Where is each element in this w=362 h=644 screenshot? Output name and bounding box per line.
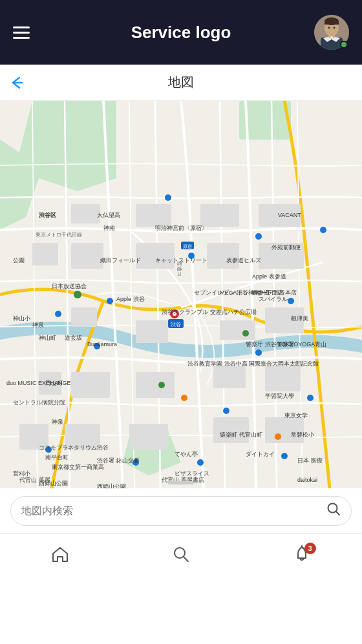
svg-text:明治神宮前〈原宿〉: 明治神宮前〈原宿〉	[155, 225, 208, 231]
svg-point-46	[165, 194, 171, 201]
page-title: 地図	[168, 74, 194, 91]
svg-text:公園: 公園	[13, 257, 25, 264]
svg-line-122	[336, 512, 339, 515]
map-area[interactable]: 渋谷 原宿 渋谷区 織田フィールド 日本放送協会 Bunkamura duo M…	[0, 101, 362, 488]
search-nav-icon	[172, 545, 190, 568]
search-input[interactable]	[21, 505, 326, 517]
svg-rect-17	[71, 204, 100, 223]
svg-point-45	[307, 395, 314, 401]
svg-text:南平台町: 南平台町	[45, 454, 69, 461]
nav-home[interactable]	[38, 540, 82, 573]
online-indicator	[340, 41, 348, 48]
search-bar	[0, 488, 362, 534]
svg-text:道玄坂: 道玄坂	[65, 335, 82, 341]
svg-text:円山町: 円山町	[45, 380, 63, 386]
svg-text:VACANT: VACANT	[278, 212, 301, 218]
svg-text:西郷山公園: 西郷山公園	[39, 480, 68, 486]
svg-rect-36	[129, 424, 168, 450]
svg-text:スパイラル: スパイラル	[259, 296, 288, 302]
svg-text:外苑前郵便: 外苑前郵便	[272, 244, 301, 251]
svg-text:渋谷教育学園 渋谷中高 国際進合大: 渋谷教育学園 渋谷中高 国際進合大	[187, 360, 278, 367]
bottom-nav: 3	[0, 534, 362, 579]
svg-text:神山町: 神山町	[39, 335, 56, 341]
svg-rect-19	[200, 204, 239, 227]
svg-rect-31	[136, 372, 175, 398]
svg-text:てやん亭: てやん亭	[175, 451, 198, 457]
home-icon	[51, 545, 69, 568]
svg-rect-33	[265, 366, 301, 391]
svg-point-53	[197, 459, 204, 466]
svg-text:ピザスライス: ピザスライス	[175, 470, 209, 477]
svg-point-43	[107, 298, 113, 304]
nav-search[interactable]	[159, 540, 203, 573]
svg-text:Apple 渋谷: Apple 渋谷	[116, 296, 145, 302]
svg-text:神南: 神南	[103, 225, 115, 231]
svg-text:渋谷区: 渋谷区	[39, 212, 56, 218]
svg-text:学習院大學: 学習院大學	[265, 393, 294, 399]
svg-text:東京メトロ千代田線: 東京メトロ千代田線	[36, 232, 82, 238]
svg-rect-21	[71, 243, 103, 269]
svg-text:セントラル病院分院: セントラル病院分院	[13, 399, 65, 406]
sub-header: 地図	[0, 65, 362, 101]
svg-point-54	[281, 453, 288, 459]
svg-text:大仏望高: 大仏望高	[97, 212, 120, 218]
app-title: Service logo	[131, 23, 231, 43]
svg-rect-30	[71, 372, 110, 398]
svg-line-124	[184, 557, 188, 561]
svg-text:日本放送協会: 日本放送協会	[52, 283, 87, 289]
avatar-button[interactable]	[314, 15, 349, 50]
nav-notifications[interactable]: 3	[280, 540, 324, 573]
svg-point-60	[181, 395, 187, 401]
svg-text:東京女学: 東京女学	[284, 412, 308, 419]
notification-badge: 3	[304, 543, 316, 554]
svg-text:根津美: 根津美	[291, 315, 308, 322]
search-button[interactable]	[326, 502, 341, 519]
svg-point-50	[320, 227, 326, 233]
svg-rect-28	[220, 320, 255, 340]
drag-handle[interactable]	[168, 481, 194, 484]
svg-text:普通コ: 普通コ	[176, 261, 182, 276]
svg-text:岡本太郎記念館: 岡本太郎記念館	[278, 360, 319, 367]
svg-text:コスモプラネタリウム渋谷: コスモプラネタリウム渋谷	[39, 444, 109, 451]
svg-text:営刈小: 営刈小	[13, 470, 30, 477]
svg-text:ダイトカイ: ダイトカイ	[246, 451, 275, 457]
svg-text:Bunkamura: Bunkamura	[87, 341, 117, 348]
svg-text:渋谷スクランブル 交差点ハチ公広場: 渋谷スクランブル 交差点ハチ公広場	[162, 309, 257, 315]
svg-rect-23	[207, 243, 239, 269]
svg-rect-25	[32, 243, 58, 265]
svg-point-56	[158, 382, 165, 388]
svg-rect-18	[136, 204, 171, 227]
svg-point-48	[255, 349, 262, 356]
svg-text:西郷山公園: 西郷山公園	[97, 483, 126, 488]
svg-text:神泉: 神泉	[32, 322, 44, 328]
app-header: Service logo	[0, 0, 362, 65]
menu-button[interactable]	[13, 26, 30, 39]
svg-point-44	[223, 408, 229, 414]
svg-text:常磐松小: 常磐松小	[291, 431, 314, 438]
svg-rect-38	[265, 417, 304, 443]
svg-point-55	[74, 291, 81, 298]
svg-text:Apple 表参道: Apple 表参道	[252, 273, 286, 280]
svg-text:神山小: 神山小	[13, 315, 30, 322]
search-input-wrapper[interactable]	[10, 496, 352, 526]
svg-rect-37	[213, 417, 249, 443]
svg-point-57	[242, 330, 249, 337]
svg-text:渋谷: 渋谷	[171, 322, 181, 327]
svg-text:表参道ヒルズ: 表参道ヒルズ	[226, 257, 262, 264]
svg-point-41	[255, 233, 262, 240]
svg-point-49	[55, 311, 61, 317]
svg-rect-26	[71, 307, 97, 327]
svg-rect-22	[136, 243, 175, 269]
svg-point-8	[334, 27, 335, 29]
svg-text:猿楽町 代官山町: 猿楽町 代官山町	[220, 431, 262, 438]
svg-rect-6	[325, 21, 339, 25]
svg-text:daitokai: daitokai	[297, 477, 317, 483]
svg-text:東京都立第一商業高: 東京都立第一商業高	[52, 464, 104, 470]
svg-point-7	[328, 27, 330, 29]
svg-point-42	[288, 298, 294, 304]
back-button[interactable]	[10, 75, 23, 90]
svg-text:日本 医療: 日本 医療	[297, 457, 323, 464]
svg-text:渋谷署 鉢山交番: 渋谷署 鉢山交番	[97, 457, 140, 464]
svg-rect-32	[213, 366, 246, 388]
svg-rect-27	[136, 320, 168, 343]
